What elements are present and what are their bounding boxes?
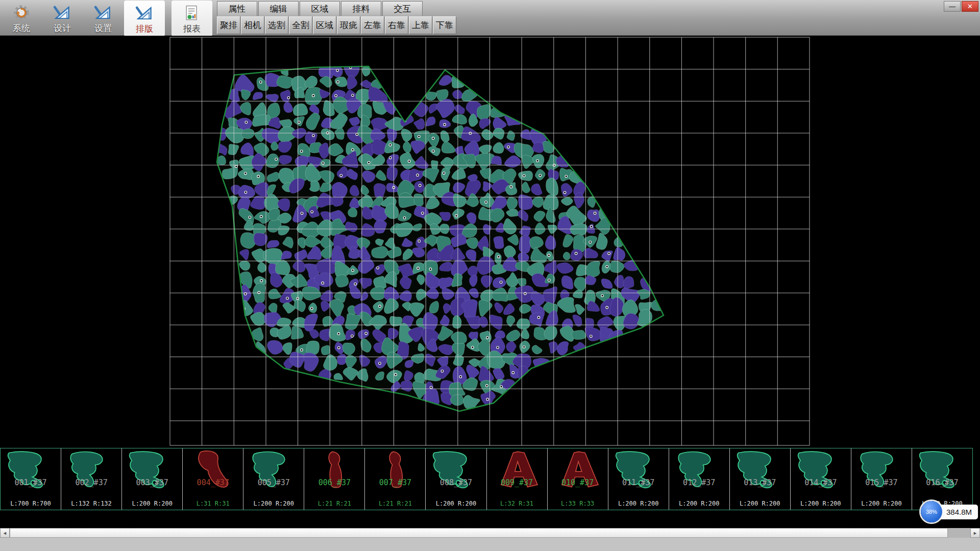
thumbnail-tile-16[interactable]: 016_#37L:200 R:200: [912, 448, 972, 510]
piece-shape: [246, 449, 301, 505]
tab-properties[interactable]: 属性: [217, 1, 257, 16]
piece-lr-label: L:21 R:21: [365, 500, 425, 507]
scroll-right-arrow[interactable]: ►: [970, 528, 980, 538]
toolbar-nesting-button[interactable]: 排版: [124, 1, 165, 36]
nesting-ruler-icon: [135, 3, 154, 24]
piece-lr-label: L:200 R:200: [243, 500, 304, 507]
action-align-right[interactable]: 右靠: [385, 16, 408, 34]
minimize-button[interactable]: —: [944, 1, 961, 12]
toolbar-report-button[interactable]: 报表: [172, 1, 212, 36]
action-cluster-nest[interactable]: 聚排: [217, 16, 240, 34]
memory-status: 38% 384.8M: [921, 501, 978, 522]
thumbnail-tile-10[interactable]: 010_#37L:33 R:33: [548, 448, 608, 510]
menu-tabs: 属性编辑区域排料交互: [217, 0, 457, 16]
action-region[interactable]: 区域: [313, 16, 336, 34]
toolbar-system-label: 系统: [13, 23, 30, 34]
piece-shape: [610, 449, 666, 505]
scrollbar-thumb[interactable]: [10, 528, 948, 538]
action-cut-all[interactable]: 全割: [289, 16, 312, 34]
design-ruler-icon: [53, 2, 72, 23]
piece-lr-label: L:200 R:200: [608, 500, 669, 507]
action-defect[interactable]: 瑕疵: [337, 16, 360, 34]
tab-material[interactable]: 排料: [341, 1, 381, 16]
piece-lr-label: L:700 R:700: [1, 500, 61, 507]
thumbnail-tile-14[interactable]: 014_#37L:200 R:200: [791, 448, 851, 510]
piece-id-label: 002_#37: [61, 478, 121, 487]
action-select-cut[interactable]: 选割: [265, 16, 288, 34]
toolbar-buttons: 系统 设计: [1, 0, 213, 36]
action-align-top[interactable]: 上靠: [409, 16, 432, 34]
memory-label: 384.8M: [937, 505, 978, 519]
piece-id-label: 009_#37: [487, 478, 547, 487]
thumbnail-tile-13[interactable]: 013_#37L:200 R:200: [730, 448, 791, 510]
progress-circle: 38%: [921, 501, 942, 522]
thumbnail-tile-4[interactable]: 004_#37L:31 R:31: [183, 448, 243, 510]
thumbnail-tile-15[interactable]: 015_#37L:200 R:200: [851, 448, 912, 510]
piece-lr-label: L:200 R:200: [791, 500, 851, 507]
piece-id-label: 003_#37: [122, 478, 182, 487]
piece-lr-label: L:200 R:200: [730, 500, 790, 507]
toolbar-report-label: 报表: [183, 24, 201, 34]
thumbnail-tile-5[interactable]: 005_#37L:200 R:200: [243, 448, 304, 510]
window-controls: — ✕: [944, 1, 978, 12]
thumbnail-tile-3[interactable]: 003_#37L:200 R:200: [122, 448, 183, 510]
settings-ruler-icon: [93, 2, 113, 23]
close-button[interactable]: ✕: [962, 1, 978, 12]
action-align-left[interactable]: 左靠: [361, 16, 384, 34]
toolbar-settings-label: 设置: [94, 23, 112, 34]
tab-region[interactable]: 区域: [300, 1, 340, 16]
action-align-bottom[interactable]: 下靠: [433, 16, 456, 34]
piece-lr-label: L:200 R:200: [122, 500, 182, 507]
piece-lr-label: L:200 R:200: [669, 500, 729, 507]
piece-shape: [367, 449, 422, 505]
piece-shape: [428, 449, 483, 505]
system-gear-icon: [11, 2, 32, 23]
thumbnail-tile-7[interactable]: 007_#37L:21 R:21: [365, 448, 426, 510]
nesting-svg[interactable]: [0, 36, 980, 448]
piece-shape: [185, 449, 240, 505]
scroll-left-arrow[interactable]: ◄: [0, 528, 10, 538]
menu-block: 属性编辑区域排料交互 聚排相机选割全割区域瑕疵左靠右靠上靠下靠: [217, 0, 457, 35]
piece-lr-label: L:200 R:200: [851, 500, 912, 507]
piece-lr-label: L:21 R:21: [304, 500, 364, 507]
piece-id-label: 006_#37: [304, 478, 364, 487]
thumbnail-tile-8[interactable]: 008_#37L:200 R:200: [426, 448, 486, 510]
thumbnail-tile-9[interactable]: 009_#37L:32 R:31: [487, 448, 548, 510]
app-window: 系统 设计: [0, 0, 980, 551]
piece-id-label: 010_#37: [548, 478, 608, 487]
tab-interaction[interactable]: 交互: [382, 1, 423, 16]
piece-shape: [63, 449, 118, 505]
scrollbar-track[interactable]: [948, 528, 970, 538]
piece-shape: [793, 449, 848, 505]
main-toolbar: 系统 设计: [0, 0, 980, 36]
action-camera[interactable]: 相机: [241, 16, 264, 34]
toolbar-settings-button[interactable]: 设置: [83, 0, 124, 36]
tab-edit[interactable]: 编辑: [258, 1, 299, 16]
piece-lr-label: L:33 R:33: [548, 500, 608, 507]
toolbar-design-label: 设计: [54, 23, 71, 34]
piece-shape: [914, 449, 969, 505]
toolbar-design-button[interactable]: 设计: [42, 0, 83, 36]
piece-id-label: 013_#37: [730, 478, 790, 487]
horizontal-scrollbar[interactable]: ◄ ►: [0, 528, 980, 538]
piece-shape: [306, 449, 361, 505]
thumbnail-tile-12[interactable]: 012_#37L:200 R:200: [669, 448, 730, 510]
piece-shape: [550, 449, 605, 505]
thumbnail-tile-11[interactable]: 011_#37L:200 R:200: [608, 448, 669, 510]
thumbnail-tile-2[interactable]: 002_#37L:132 R:132: [61, 448, 122, 510]
piece-lr-label: L:31 R:31: [183, 500, 243, 507]
toolbar-nesting-label: 排版: [136, 24, 153, 34]
piece-id-label: 015_#37: [851, 478, 912, 487]
thumbnail-tile-6[interactable]: 006_#37L:21 R:21: [304, 448, 365, 510]
piece-lr-label: L:132 R:132: [61, 500, 121, 507]
thumbnail-tile-1[interactable]: 001_#37L:700 R:700: [1, 448, 61, 510]
piece-shape: [489, 449, 544, 505]
piece-id-label: 005_#37: [243, 478, 304, 487]
toolbar-system-button[interactable]: 系统: [1, 0, 42, 36]
piece-shape: [732, 449, 787, 505]
piece-id-label: 004_#37: [183, 478, 243, 487]
piece-thumbnails: 001_#37L:700 R:700002_#37L:132 R:132003_…: [0, 448, 973, 510]
piece-shape: [124, 449, 179, 505]
nesting-canvas[interactable]: [0, 36, 980, 448]
piece-id-label: 007_#37: [365, 478, 425, 487]
